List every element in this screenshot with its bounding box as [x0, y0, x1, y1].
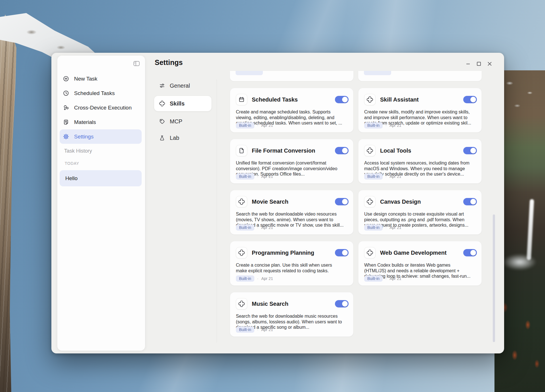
sidebar-item-materials[interactable]: Materials: [60, 115, 142, 129]
sidebar-item-label: Cross-Device Execution: [74, 105, 132, 111]
meta-separator: ·: [385, 276, 387, 281]
sidebar-item-settings[interactable]: Settings: [60, 129, 142, 144]
task-history-label: Task History: [64, 148, 92, 154]
clover-icon: [367, 96, 373, 103]
meta-separator: ·: [257, 174, 259, 179]
skill-toggle[interactable]: [335, 300, 349, 307]
maximize-button[interactable]: [475, 60, 483, 68]
clover-icon: [367, 250, 373, 256]
toggle-knob: [470, 199, 476, 205]
builtin-badge: Built-in: [364, 224, 383, 231]
skill-icon-tile: [236, 247, 247, 258]
sidebar: New Task Scheduled Tasks Cross-Device Ex…: [57, 56, 145, 351]
tab-lab[interactable]: Lab: [154, 132, 211, 144]
toggle-knob: [470, 250, 476, 256]
skill-date: Apr 21: [261, 225, 273, 230]
toggle-knob: [342, 97, 348, 102]
history-item-hello[interactable]: Hello: [60, 170, 142, 186]
tab-label: Skills: [170, 100, 185, 107]
toggle-knob: [470, 97, 476, 102]
skill-toggle[interactable]: [463, 147, 477, 154]
window-controls: [464, 60, 493, 68]
clover-icon: [159, 101, 165, 106]
skill-card-scheduled-tasks: Scheduled Tasks Create and manage schedu…: [230, 88, 353, 132]
skill-date: Apr 21: [261, 327, 273, 332]
skill-toggle[interactable]: [463, 249, 477, 256]
sidebar-nav: New Task Scheduled Tasks Cross-Device Ex…: [60, 71, 142, 144]
toggle-knob: [342, 148, 348, 153]
skill-icon-tile: [236, 145, 247, 156]
linked-devices-icon: [63, 105, 69, 111]
skill-icon-tile: [236, 298, 247, 309]
skill-date: Apr 21: [261, 276, 273, 281]
builtin-badge: Built-in: [236, 224, 254, 231]
builtin-badge: Built-in: [236, 173, 254, 180]
tab-general[interactable]: General: [154, 80, 211, 91]
skills-grid: Scheduled Tasks Create and manage schedu…: [230, 88, 482, 337]
skill-title: Local Tools: [380, 147, 463, 154]
skill-icon-tile: [236, 196, 247, 207]
skill-title: Music Search: [252, 301, 335, 307]
toggle-knob: [470, 148, 476, 153]
clover-icon: [367, 199, 373, 205]
skill-card-web-game-development: Web Game Development When Codex builds o…: [358, 241, 482, 286]
tab-skills[interactable]: Skills: [154, 96, 211, 111]
sidebar-item-label: New Task: [74, 76, 97, 82]
skill-date: Apr 21: [261, 123, 273, 128]
meta-separator: ·: [385, 225, 387, 230]
panel-collapse-icon: [133, 61, 140, 66]
history-item-label: Hello: [65, 175, 77, 182]
skill-card-music-search: Music Search Search the web for download…: [230, 292, 353, 337]
tab-mcp[interactable]: MCP: [154, 116, 211, 127]
minimize-button[interactable]: [464, 60, 472, 68]
sidebar-item-new-task[interactable]: New Task: [60, 71, 142, 86]
skill-card-skill-assistant: Skill Assistant Create new skills, modif…: [358, 88, 482, 132]
close-button[interactable]: [486, 60, 493, 68]
sliders-icon: [159, 83, 165, 88]
skill-title: File Format Conversion: [252, 147, 335, 154]
skill-date: Apr 21: [389, 225, 401, 230]
skill-card-local-tools: Local Tools Access local system resource…: [358, 139, 482, 184]
page-title: Settings: [155, 58, 183, 67]
toggle-knob: [342, 199, 348, 205]
skill-toggle[interactable]: [463, 198, 477, 205]
sidebar-item-scheduled-tasks[interactable]: Scheduled Tasks: [60, 86, 142, 100]
meta-separator: ·: [257, 276, 259, 281]
sidebar-item-label: Scheduled Tasks: [74, 90, 115, 96]
tag-icon: [159, 119, 165, 124]
clover-icon: [238, 250, 245, 256]
skill-toggle[interactable]: [335, 249, 349, 256]
skill-toggle[interactable]: [335, 198, 349, 205]
builtin-badge: Built-in: [236, 122, 254, 128]
partial-card: [230, 71, 353, 81]
skill-icon-tile: [364, 247, 376, 258]
clock-icon: [63, 90, 69, 96]
flask-icon: [159, 135, 165, 141]
meta-separator: ·: [257, 123, 259, 128]
content-scrollbar[interactable]: [493, 214, 495, 342]
meta-separator: ·: [257, 327, 259, 332]
skill-toggle[interactable]: [335, 96, 349, 103]
skill-title: Movie Search: [252, 199, 335, 205]
calendar-icon: [238, 96, 245, 103]
skill-title: Skill Assistant: [380, 96, 463, 103]
panel-divider: [217, 79, 217, 343]
sidebar-item-cross-device-execution[interactable]: Cross-Device Execution: [60, 100, 142, 115]
skill-title: Canvas Design: [380, 199, 463, 205]
builtin-badge: Built-in: [364, 173, 383, 180]
toggle-knob: [342, 301, 348, 307]
skill-toggle[interactable]: [335, 147, 349, 154]
meta-separator: ·: [385, 174, 387, 179]
clover-icon: [238, 199, 245, 205]
wallpaper-forest: [0, 351, 545, 392]
sidebar-collapse-button[interactable]: [133, 61, 140, 66]
tab-label: Lab: [170, 135, 179, 141]
sidebar-item-label: Settings: [74, 134, 94, 140]
wallpaper-mist: [502, 254, 536, 270]
builtin-badge: Built-in: [364, 275, 383, 282]
skill-card-programming-planning: Programming Planning Create a concise pl…: [230, 241, 353, 286]
skill-toggle[interactable]: [463, 96, 477, 103]
partial-badge: [364, 71, 391, 75]
today-label: TODAY: [65, 161, 79, 166]
skill-title: Programming Planning: [252, 250, 335, 256]
